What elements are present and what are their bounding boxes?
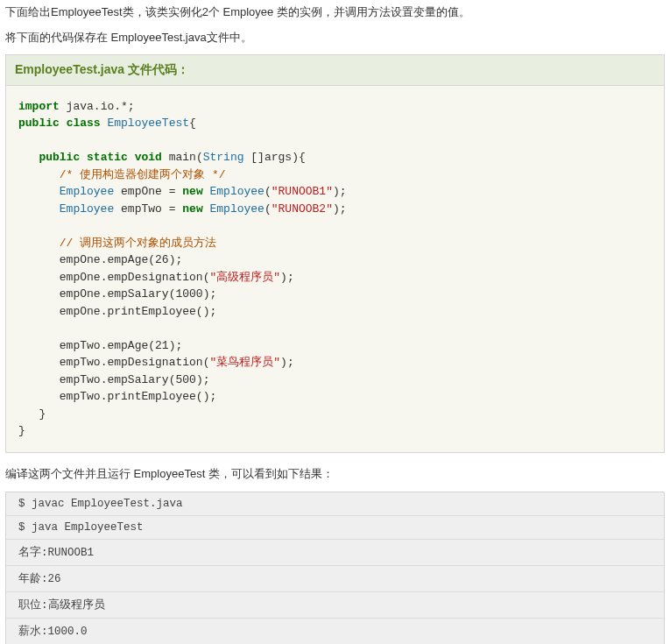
page-content: 下面给出EmployeeTest类，该类实例化2个 Employee 类的实例，… [0,4,670,644]
code-listing: import java.io.*; public class EmployeeT… [6,95,664,443]
code-body: import java.io.*; public class EmployeeT… [6,86,664,452]
intro-paragraph-1: 下面给出EmployeeTest类，该类实例化2个 Employee 类的实例，… [5,4,665,22]
terminal-line: 职位:高级程序员 [6,592,664,619]
terminal-output: $ javac EmployeeTest.java $ java Employe… [5,492,665,644]
terminal-line: 年龄:26 [6,566,664,592]
terminal-line: 薪水:1000.0 [6,619,664,644]
terminal-line: $ javac EmployeeTest.java [6,492,664,516]
code-title: EmployeeTest.java 文件代码： [6,55,664,86]
code-block: EmployeeTest.java 文件代码： import java.io.*… [5,54,665,453]
after-code-paragraph: 编译这两个文件并且运行 EmployeeTest 类，可以看到如下结果： [5,465,665,484]
terminal-line: $ java EmployeeTest [6,516,664,540]
terminal-line: 名字:RUNOOB1 [6,540,664,566]
intro-paragraph-2: 将下面的代码保存在 EmployeeTest.java文件中。 [5,29,665,47]
